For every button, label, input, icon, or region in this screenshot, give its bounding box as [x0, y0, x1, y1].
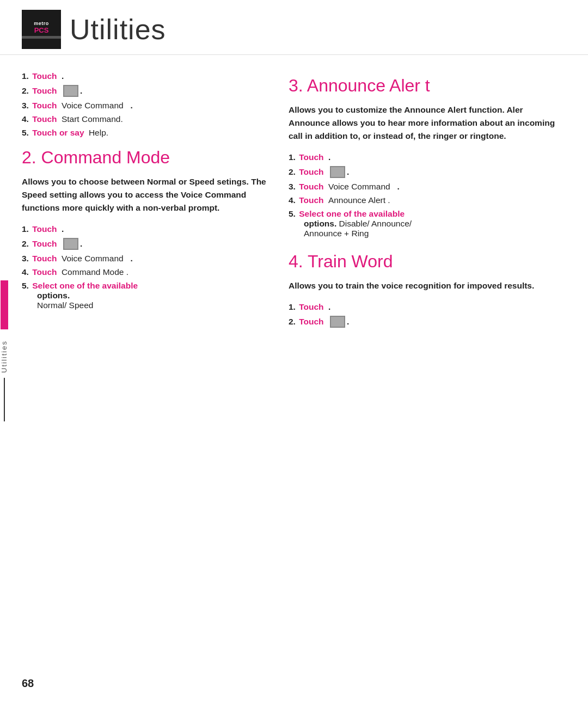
section2-steps: 1. Touch . 2. Touch . 3. Touch Voice Com…	[22, 224, 272, 310]
step-regular: Help.	[89, 128, 108, 138]
sidebar-label: Utilities	[0, 340, 8, 373]
step-suffix: .	[397, 182, 400, 192]
logo-pcs: PCS	[34, 26, 49, 34]
step-num: 3.	[289, 182, 296, 192]
step-label: Touch	[299, 302, 323, 312]
logo-metro: metro	[34, 21, 49, 26]
step-label: Touch	[299, 152, 323, 162]
section3-desc: Allows you to customize the Announce Ale…	[289, 103, 566, 143]
step-label: Touch	[32, 114, 57, 124]
step-num: 2.	[22, 86, 29, 96]
step-num: 1.	[289, 302, 296, 312]
section2-heading: 2. Command Mode	[22, 148, 272, 168]
step-num: 3.	[22, 254, 29, 263]
logo-bar	[22, 36, 61, 39]
page-title: Utilities	[70, 13, 166, 46]
step-regular: Voice Command	[62, 254, 124, 263]
step-regular: Voice Command	[62, 101, 124, 111]
step-num: 1.	[289, 152, 296, 162]
icon-img	[330, 316, 345, 328]
right-column: 3. Announce Aler t Allows you to customi…	[289, 71, 566, 338]
list-item: 3. Touch Voice Command .	[22, 254, 272, 263]
step-label: Touch	[32, 224, 57, 234]
list-item: 2. Touch .	[289, 166, 566, 178]
step-num: 5.	[22, 128, 29, 138]
step-label: Touch	[32, 86, 57, 96]
list-item: 2. Touch .	[289, 316, 566, 328]
page-number: 68	[22, 677, 34, 690]
page-header: metro PCS Utilities	[0, 0, 588, 55]
step-label: Touch or say	[32, 128, 84, 138]
step-suffix: .	[80, 86, 82, 96]
step-label: Touch	[32, 254, 57, 263]
step-num: 4.	[22, 114, 29, 124]
section4-heading: 4. Train Word	[289, 252, 566, 272]
step-suffix: .	[347, 167, 349, 177]
list-item: 2. Touch .	[22, 85, 272, 97]
icon-img	[330, 166, 345, 178]
step-num: 4.	[22, 267, 29, 277]
list-item: 5. Touch or say Help.	[22, 128, 272, 138]
list-item: 5. Select one of the available options. …	[22, 281, 272, 310]
list-item: 4. Touch Announce Alert .	[289, 195, 566, 205]
list-item: 4. Touch Start Command.	[22, 114, 272, 124]
step-label: Touch	[32, 101, 57, 111]
step-num: 5.	[289, 209, 296, 219]
step-num: 4.	[289, 195, 296, 205]
logo: metro PCS	[22, 10, 61, 49]
step-suffix: .	[80, 239, 82, 249]
section3-heading: 3. Announce Aler t	[289, 76, 566, 96]
step-regular: Start Command.	[62, 114, 123, 124]
step-options: options. Disable/ Announce/	[304, 219, 412, 229]
list-item: 2. Touch .	[22, 238, 272, 250]
step-label: Select one of the available	[32, 281, 138, 291]
step-suffix: .	[131, 254, 133, 263]
list-item: 3. Touch Voice Command .	[289, 182, 566, 192]
section2-heading-text: 2. Command Mode	[22, 148, 170, 167]
step-label: Touch	[299, 317, 323, 327]
step-num: 3.	[22, 101, 29, 111]
step-announce-ring: Announce + Ring	[304, 229, 412, 238]
step-regular: Voice Command	[328, 182, 390, 192]
list-item: 5. Select one of the available options. …	[289, 209, 566, 238]
section4-steps: 1. Touch . 2. Touch .	[289, 302, 566, 328]
step-label: Touch	[299, 182, 323, 192]
step-suffix: .	[326, 152, 331, 162]
step-suffix: .	[131, 101, 133, 111]
list-item: 1. Touch .	[289, 152, 566, 162]
sidebar: Utilities	[0, 280, 8, 425]
section3-steps: 1. Touch . 2. Touch . 3. Touch Voice Com…	[289, 152, 566, 238]
step-dot-icon: .	[59, 71, 64, 81]
step-num: 5.	[22, 281, 29, 291]
step-num: 1.	[22, 224, 29, 234]
step-options-values: Disable/ Announce/	[339, 219, 412, 228]
list-item: 1. Touch .	[22, 71, 272, 81]
list-item: 1. Touch .	[22, 224, 272, 234]
step-regular: Command Mode .	[62, 267, 128, 277]
icon-img	[63, 238, 78, 250]
sidebar-line	[4, 378, 5, 421]
section4-desc: Allows you to train the voice recognitio…	[289, 279, 566, 292]
step-label: Touch	[32, 267, 57, 277]
step-num: 2.	[289, 317, 296, 327]
step-label: Select one of the available	[299, 209, 405, 219]
step-label: Touch	[32, 71, 57, 81]
step-options: options.	[37, 291, 93, 301]
icon-img	[63, 85, 78, 97]
content-area: 1. Touch . 2. Touch . 3. Touch Voice Com…	[0, 71, 588, 338]
list-item: 1. Touch .	[289, 302, 566, 312]
step-suffix: .	[326, 302, 331, 312]
sidebar-bar	[1, 280, 8, 329]
step-num: 1.	[22, 71, 29, 81]
section3-heading-text: 3. Announce Aler t	[289, 76, 430, 95]
step-suffix: .	[59, 224, 64, 234]
step-num: 2.	[22, 239, 29, 249]
section2-desc: Allows you to choose between Normal or S…	[22, 175, 272, 214]
step-label: Touch	[32, 239, 57, 249]
section4-heading-text: 4. Train Word	[289, 252, 393, 271]
list-item: 3. Touch Voice Command .	[22, 101, 272, 111]
list-item: 4. Touch Command Mode .	[22, 267, 272, 277]
step-regular: Announce Alert .	[328, 195, 390, 205]
left-column: 1. Touch . 2. Touch . 3. Touch Voice Com…	[22, 71, 272, 338]
step-suffix: .	[347, 317, 349, 327]
